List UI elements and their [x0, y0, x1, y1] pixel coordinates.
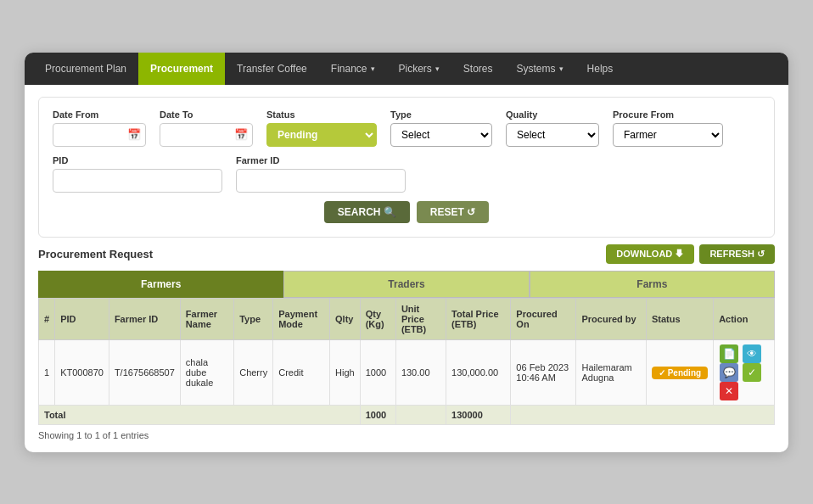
total-label: Total — [39, 405, 361, 424]
procure-from-select[interactable]: Farmer Trader — [613, 123, 723, 147]
pid-group: PID — [53, 155, 222, 193]
doc-button[interactable]: 📄 — [720, 344, 738, 363]
col-num: # — [39, 298, 55, 339]
status-group: Status Pending Approved Rejected — [266, 109, 377, 147]
cell-action: 📄 👁 💬 ✓ ✕ — [714, 339, 775, 405]
col-farmer-name: Farmer Name — [180, 298, 233, 339]
approve-button[interactable]: ✓ — [743, 363, 761, 382]
cell-farmer-id: T/1675668507 — [109, 339, 180, 405]
search-button[interactable]: SEARCH 🔍 — [324, 201, 410, 223]
message-button[interactable]: 💬 — [720, 363, 738, 382]
quality-label: Quality — [506, 109, 599, 120]
view-button[interactable]: 👁 — [743, 344, 761, 363]
cell-qty: 1000 — [360, 339, 395, 405]
status-label: Status — [266, 109, 377, 120]
total-blank — [395, 405, 446, 424]
total-qty: 1000 — [360, 405, 395, 424]
date-from-input[interactable] — [53, 123, 146, 147]
cell-qlty: High — [330, 339, 361, 405]
data-table: # PID Farmer ID Farmer Name Type Payment… — [38, 298, 775, 425]
tab-traders[interactable]: Traders — [283, 271, 529, 298]
reset-button[interactable]: RESET ↺ — [417, 201, 489, 223]
chevron-down-icon: ▾ — [435, 64, 440, 73]
table-actions: DOWNLOAD 🡇 REFRESH ↺ — [606, 244, 775, 264]
status-select[interactable]: Pending Approved Rejected — [266, 123, 377, 147]
date-to-group: Date To 📅 — [160, 109, 253, 147]
status-badge: ✓ Pending — [652, 367, 708, 379]
table-section: Procurement Request DOWNLOAD 🡇 REFRESH ↺… — [38, 244, 775, 440]
type-group: Type Select — [390, 109, 492, 147]
col-farmer-id: Farmer ID — [109, 298, 180, 339]
tab-farmers[interactable]: Farmers — [38, 271, 283, 298]
type-select[interactable]: Select — [390, 123, 492, 147]
procure-from-group: Procure From Farmer Trader — [613, 109, 723, 147]
nav-stores[interactable]: Stores — [451, 53, 505, 85]
farmer-id-group: Farmer ID — [236, 155, 406, 193]
filter-card: Date From 📅 Date To 📅 Status Pending App… — [38, 97, 775, 238]
cell-pid: KT000870 — [55, 339, 109, 405]
col-unit-price: Unit Price (ETB) — [395, 298, 446, 339]
farmer-id-label: Farmer ID — [236, 155, 406, 165]
col-total-price: Total Price (ETB) — [446, 298, 511, 339]
col-payment-mode: Payment Mode — [273, 298, 330, 339]
cell-num: 1 — [39, 339, 55, 405]
nav-helps[interactable]: Helps — [575, 53, 625, 85]
date-from-group: Date From 📅 — [53, 109, 146, 147]
cell-procured-on: 06 Feb 2023 10:46 AM — [511, 339, 576, 405]
type-label: Type — [390, 109, 492, 120]
col-procured-by: Procured by — [576, 298, 646, 339]
cell-farmer-name: chala dube dukale — [180, 339, 233, 405]
cell-payment-mode: Credit — [273, 339, 330, 405]
total-price: 130000 — [446, 405, 511, 424]
col-pid: PID — [55, 298, 109, 339]
refresh-button[interactable]: REFRESH ↺ — [699, 244, 775, 264]
col-type: Type — [234, 298, 273, 339]
pid-input[interactable] — [53, 169, 222, 193]
tab-farms[interactable]: Farms — [530, 271, 775, 298]
table-row: 1 KT000870 T/1675668507 chala dube dukal… — [39, 339, 775, 405]
nav-systems[interactable]: Systems▾ — [505, 53, 575, 85]
date-to-label: Date To — [160, 109, 253, 120]
table-title: Procurement Request — [38, 248, 153, 260]
chevron-down-icon: ▾ — [371, 64, 375, 73]
date-from-label: Date From — [53, 109, 146, 120]
tabs: Farmers Traders Farms — [38, 271, 775, 298]
showing-text: Showing 1 to 1 of 1 entries — [38, 430, 775, 440]
nav-transfer-coffee[interactable]: Transfer Coffee — [225, 53, 319, 85]
date-to-input[interactable] — [160, 123, 253, 147]
nav-pickers[interactable]: Pickers▾ — [387, 53, 451, 85]
total-spacer — [511, 405, 775, 424]
procure-from-label: Procure From — [613, 109, 723, 120]
navbar: Procurement Plan Procurement Transfer Co… — [25, 53, 788, 85]
delete-button[interactable]: ✕ — [720, 382, 738, 400]
col-status: Status — [646, 298, 713, 339]
col-qty: Qty (Kg) — [360, 298, 395, 339]
nav-procurement-plan[interactable]: Procurement Plan — [33, 53, 138, 85]
col-action: Action — [714, 298, 775, 339]
nav-procurement[interactable]: Procurement — [138, 53, 225, 85]
col-procured-on: Procured On — [511, 298, 576, 339]
chevron-down-icon: ▾ — [559, 64, 563, 73]
cell-status: ✓ Pending — [646, 339, 713, 405]
quality-group: Quality Select — [506, 109, 599, 147]
nav-finance[interactable]: Finance▾ — [319, 53, 387, 85]
cell-unit-price: 130.00 — [395, 339, 446, 405]
cell-total-price: 130,000.00 — [446, 339, 511, 405]
pid-label: PID — [53, 155, 222, 165]
farmer-id-input[interactable] — [236, 169, 406, 193]
total-row: Total 1000 130000 — [39, 405, 775, 424]
cell-type: Cherry — [234, 339, 273, 405]
col-qlty: Qlty — [330, 298, 361, 339]
download-button[interactable]: DOWNLOAD 🡇 — [606, 244, 694, 264]
quality-select[interactable]: Select — [506, 123, 599, 147]
cell-procured-by: Hailemaram Adugna — [576, 339, 646, 405]
